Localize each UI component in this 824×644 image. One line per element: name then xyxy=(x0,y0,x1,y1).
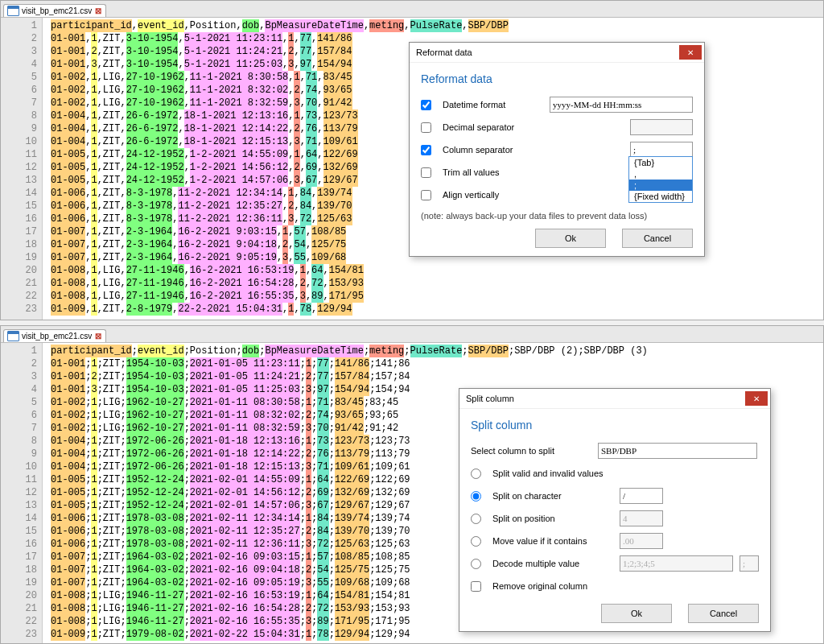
dropdown-option[interactable]: {Tab} xyxy=(629,157,692,168)
decode-multiple-radio[interactable] xyxy=(471,559,481,569)
column-separator-label: Column separator xyxy=(443,145,624,155)
dialog-titlebar[interactable]: Split column ✕ xyxy=(459,389,770,409)
backup-note: (note: always back-up your data files to… xyxy=(421,211,693,221)
file-tab-bottom[interactable]: visit_bp_emc21.csv ⊠ xyxy=(3,329,106,342)
move-value-label: Move value if it contains xyxy=(492,536,613,546)
column-separator-checkbox[interactable] xyxy=(421,145,431,155)
split-valid-invalid-radio[interactable] xyxy=(471,469,481,479)
split-column-dialog: Split column ✕ Split column Select colum… xyxy=(459,388,771,632)
move-value-input xyxy=(620,533,663,549)
datetime-format-checkbox[interactable] xyxy=(421,100,431,110)
cancel-button[interactable]: Cancel xyxy=(688,604,759,623)
tab-label: visit_bp_emc21.csv xyxy=(22,332,92,341)
csv-file-icon xyxy=(7,6,19,16)
dropdown-option[interactable]: ; xyxy=(629,180,692,191)
tabbar-bottom: visit_bp_emc21.csv ⊠ xyxy=(1,326,823,343)
close-icon[interactable]: ✕ xyxy=(679,45,702,60)
decimal-separator-label: Decimal separator xyxy=(443,122,624,132)
select-column-select[interactable] xyxy=(598,443,757,459)
column-separator-dropdown[interactable]: {Tab},;{Fixed width} xyxy=(628,156,693,203)
dialog-titlebar[interactable]: Reformat data ✕ xyxy=(410,43,704,63)
dropdown-option[interactable]: {Fixed width} xyxy=(629,191,692,202)
dialog-heading: Reformat data xyxy=(421,72,693,85)
column-separator-select[interactable] xyxy=(630,142,693,158)
dialog-heading: Split column xyxy=(471,419,759,431)
split-on-position-radio[interactable] xyxy=(471,514,481,524)
line-gutter: 1234567891011121314151617181920212223 xyxy=(1,343,43,643)
dialog-title: Reformat data xyxy=(416,47,472,57)
tab-label: visit_bp_emc21.csv xyxy=(22,6,92,15)
split-on-character-label: Split on character xyxy=(492,491,613,501)
close-icon[interactable]: ⊠ xyxy=(94,332,102,341)
split-character-input[interactable] xyxy=(620,488,663,504)
cancel-button[interactable]: Cancel xyxy=(622,229,693,248)
csv-file-icon xyxy=(7,331,19,341)
select-column-label: Select column to split xyxy=(471,446,591,456)
decode-values-input xyxy=(620,555,733,572)
split-on-character-radio[interactable] xyxy=(471,491,481,502)
dialog-title: Split column xyxy=(466,394,514,403)
line-gutter: 1234567891011121314151617181920212223 xyxy=(1,18,43,320)
ok-button[interactable]: Ok xyxy=(601,604,672,623)
ok-button[interactable]: Ok xyxy=(535,229,606,248)
remove-original-label: Remove original column xyxy=(492,581,759,591)
move-value-radio[interactable] xyxy=(471,536,481,547)
reformat-data-dialog: Reformat data ✕ Reformat data Datetime f… xyxy=(409,42,705,257)
close-icon[interactable]: ✕ xyxy=(745,391,768,406)
split-on-position-label: Split on position xyxy=(492,514,613,523)
datetime-format-select[interactable] xyxy=(550,97,693,113)
split-position-input xyxy=(620,510,663,526)
split-valid-invalid-label: Split valid and invalid values xyxy=(492,469,759,478)
dropdown-option[interactable]: , xyxy=(629,168,692,180)
tabbar-top: visit_bp_emc21.csv ⊠ xyxy=(1,1,823,18)
datetime-format-label: Datetime format xyxy=(443,100,543,109)
decode-multiple-label: Decode multiple value xyxy=(492,559,613,568)
file-tab-top[interactable]: visit_bp_emc21.csv ⊠ xyxy=(3,4,106,17)
decode-separator-input xyxy=(740,555,759,572)
close-icon[interactable]: ⊠ xyxy=(94,6,102,15)
decimal-separator-select xyxy=(630,119,693,135)
trim-values-checkbox[interactable] xyxy=(421,167,431,178)
remove-original-checkbox[interactable] xyxy=(471,581,481,592)
decimal-separator-checkbox[interactable] xyxy=(421,122,431,133)
align-vertically-checkbox[interactable] xyxy=(421,190,431,200)
